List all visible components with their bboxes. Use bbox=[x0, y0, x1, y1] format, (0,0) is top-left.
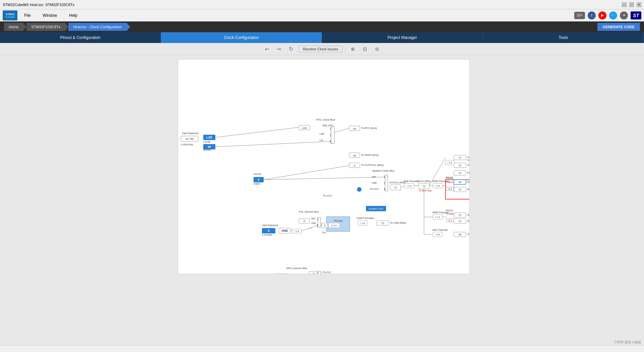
rtc-value: 40 bbox=[353, 127, 356, 130]
svg-line-74 bbox=[302, 225, 318, 231]
generate-code-button[interactable]: GENERATE CODE bbox=[597, 23, 640, 31]
zoom-out-button[interactable]: ⊖ bbox=[372, 45, 382, 53]
facebook-icon[interactable]: f bbox=[588, 11, 596, 19]
input-freq-value-1: 32.768 bbox=[185, 137, 194, 140]
menu-items: STM32 CubeMX File Window Help bbox=[3, 10, 83, 20]
x1-label: X 1 bbox=[448, 219, 452, 222]
clock-diagram: Input frequency 32.768 0-1000 KHz LSE LS… bbox=[178, 59, 470, 274]
close-button[interactable]: ✕ bbox=[637, 2, 641, 7]
menu-file[interactable]: File bbox=[19, 12, 36, 19]
apb2-div: / 1 ▾ bbox=[435, 216, 440, 218]
fclk-value: 72 bbox=[459, 172, 462, 175]
hsi-src-label: HSI bbox=[311, 217, 315, 220]
breadcrumb: Home STM32F103C8Tx Host.ioc - Clock Conf… bbox=[0, 21, 644, 32]
network-icon[interactable]: ✦ bbox=[620, 11, 628, 19]
svg-rect-37 bbox=[318, 217, 321, 227]
apb1-timer-label: APB1 Timer clocks (MHz) bbox=[467, 188, 470, 191]
fclk-label: FCLK (MHz) bbox=[467, 171, 470, 174]
hclk-ahb-value: 72 bbox=[459, 156, 462, 159]
to-usb-label: To USB (MHz) bbox=[390, 221, 406, 224]
apb1-periph-label: APB1 peripheral clocks (MHz) bbox=[467, 180, 470, 183]
svg-line-57 bbox=[334, 128, 349, 133]
mco-out-label: (MHz) MCO bbox=[255, 274, 268, 274]
apb1-periph-value: 36 bbox=[459, 181, 462, 184]
input-freq-label-1: Input frequency bbox=[182, 132, 199, 135]
svg-line-60 bbox=[401, 186, 405, 187]
title-bar-left: STM32CubeMX Host.ioc: STM32F103C8Tx bbox=[3, 3, 74, 7]
breadcrumb-home[interactable]: Home bbox=[4, 23, 23, 31]
undo-button[interactable]: ↩ bbox=[262, 45, 272, 53]
tab-pinout[interactable]: Pinout & Configuration bbox=[0, 32, 161, 43]
logo-stm32: STM32 bbox=[6, 13, 14, 16]
hclk-ahb-label2: memory and DMA (MHz) bbox=[467, 159, 470, 162]
hclk-value: 72 bbox=[423, 185, 426, 188]
resolve-clock-button[interactable]: Resolve Clock Issues bbox=[299, 46, 342, 52]
hclk-max-label: 72 MHz max bbox=[419, 189, 432, 192]
pllclk-sys-label: PLLCLK bbox=[370, 188, 379, 190]
breadcrumb-active[interactable]: Host.ioc - Clock Configuration bbox=[68, 23, 127, 31]
adc-label: To ADC1,2 bbox=[467, 233, 470, 236]
pll-input-val: 8 bbox=[324, 224, 325, 227]
ahb-div: / 1 ▾ bbox=[407, 185, 412, 187]
lsi-freq: 40 KHz bbox=[203, 149, 211, 151]
title-bar-controls: — □ ✕ bbox=[622, 2, 641, 7]
logo-area: STM32 CubeMX bbox=[3, 10, 17, 20]
st-icon[interactable]: ST bbox=[631, 11, 641, 19]
hsi-rc-text: HSI RC bbox=[254, 173, 262, 175]
breadcrumb-mcu[interactable]: STM32F103C8Tx bbox=[26, 23, 65, 31]
toolbar-separator bbox=[345, 46, 345, 52]
usb-presc-label: USB Prescaler bbox=[357, 217, 374, 220]
to-iwdg-label: To IWDG (KHz) bbox=[361, 153, 379, 157]
flit-value: 8 bbox=[354, 164, 356, 167]
youtube-icon[interactable]: ▶ bbox=[598, 11, 606, 19]
tab-tools[interactable]: Tools bbox=[483, 32, 644, 43]
apb2-periph-value: 72 bbox=[459, 214, 462, 217]
adc-presc-label: ADC Prescaler bbox=[432, 229, 448, 231]
zoom-in-button[interactable]: ⊕ bbox=[348, 45, 358, 53]
tab-project[interactable]: Project Manager bbox=[322, 32, 483, 43]
sys-clock-mux-label: System Clock Mux bbox=[372, 169, 394, 172]
maximize-button[interactable]: □ bbox=[629, 2, 634, 7]
pclk2-label: PCLK2 bbox=[446, 209, 453, 212]
toolbar: ↩ ↪ ↻ Resolve Clock Issues ⊕ ⊡ ⊖ bbox=[0, 43, 644, 55]
breadcrumb-arrow-2 bbox=[65, 23, 68, 31]
svg-line-59 bbox=[264, 166, 349, 180]
hse-box: HSE bbox=[282, 229, 288, 232]
apb2-timer-value: 72 bbox=[459, 220, 462, 223]
usb-div: / 1 ▾ bbox=[360, 222, 365, 224]
breadcrumb-arrow-1 bbox=[23, 23, 26, 31]
twitter-icon[interactable]: 🐦 bbox=[609, 11, 617, 19]
refresh-button[interactable]: ↻ bbox=[286, 45, 296, 53]
hclk-out-div: / 1 ▾ bbox=[447, 162, 452, 164]
lsi-rc-label: LSI RC bbox=[203, 141, 211, 143]
minimize-button[interactable]: — bbox=[622, 2, 627, 7]
div128-label: /128 bbox=[302, 127, 307, 130]
input-freq-label-2: Input frequency bbox=[262, 224, 278, 227]
menu-help[interactable]: Help bbox=[64, 12, 83, 19]
menu-window[interactable]: Window bbox=[37, 12, 62, 19]
hclk-mhz-label: HCLK (MHz) bbox=[418, 180, 431, 183]
svg-line-58 bbox=[264, 177, 386, 180]
pclk1-label2: PCLK1 bbox=[446, 176, 453, 179]
apb1-timer-value: 72 bbox=[459, 188, 462, 191]
lsi-label-mux: LSI bbox=[320, 139, 323, 141]
lse-label-mux: LSE bbox=[320, 133, 324, 135]
app-logo: STM32 CubeMX bbox=[3, 10, 17, 20]
watermark: CSDN @发小放政 bbox=[614, 340, 641, 345]
fit-button[interactable]: ⊡ bbox=[360, 45, 370, 53]
input-freq-value-2: 8 bbox=[268, 229, 269, 232]
ahb-presc-label: AHB Prescaler bbox=[404, 180, 419, 182]
input-freq-range-1: 0-1000 KHz bbox=[181, 143, 193, 146]
enable-css-btn[interactable]: Enable CSS bbox=[369, 207, 383, 210]
rtc-clock-mux-label: RTC Clock Mux bbox=[316, 118, 335, 121]
pll-label: PLL bbox=[322, 231, 327, 234]
tab-clock[interactable]: Clock Configuration bbox=[161, 32, 322, 43]
sysclk-value: 72 bbox=[394, 186, 397, 189]
to-flit-label: To FLITFCLK (MHz) bbox=[361, 164, 384, 167]
mco-div2: /2 bbox=[313, 272, 315, 274]
apb1-div: / 2 ▾ bbox=[435, 185, 440, 187]
pll-mul-label: *PLLMul bbox=[334, 220, 343, 222]
redo-button[interactable]: ↪ bbox=[274, 45, 284, 53]
status-bar: CSDN @发小放政 bbox=[0, 345, 644, 352]
cortex-value: 72 bbox=[459, 164, 462, 167]
